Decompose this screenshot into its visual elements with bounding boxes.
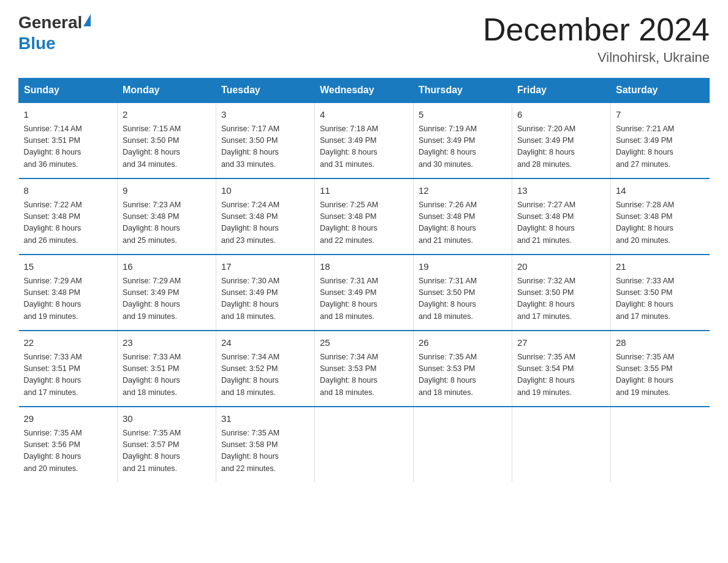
day-number: 27 bbox=[517, 336, 605, 350]
col-thursday: Thursday bbox=[414, 79, 512, 103]
month-title: December 2024 bbox=[483, 12, 710, 47]
day-number: 26 bbox=[419, 336, 507, 350]
day-info: Sunrise: 7:14 AMSunset: 3:51 PMDaylight:… bbox=[24, 124, 82, 169]
day-info: Sunrise: 7:29 AMSunset: 3:49 PMDaylight:… bbox=[123, 277, 181, 321]
calendar-cell: 18 Sunrise: 7:31 AMSunset: 3:49 PMDaylig… bbox=[315, 255, 414, 331]
day-number: 21 bbox=[616, 260, 705, 274]
calendar-cell: 23 Sunrise: 7:33 AMSunset: 3:51 PMDaylig… bbox=[118, 331, 216, 407]
calendar-cell: 31 Sunrise: 7:35 AMSunset: 3:58 PMDaylig… bbox=[216, 407, 315, 482]
logo: General Blue bbox=[18, 12, 91, 53]
calendar-cell: 27 Sunrise: 7:35 AMSunset: 3:54 PMDaylig… bbox=[512, 331, 611, 407]
calendar-cell: 29 Sunrise: 7:35 AMSunset: 3:56 PMDaylig… bbox=[19, 407, 118, 482]
calendar-cell: 15 Sunrise: 7:29 AMSunset: 3:48 PMDaylig… bbox=[19, 255, 118, 331]
calendar-cell: 25 Sunrise: 7:34 AMSunset: 3:53 PMDaylig… bbox=[315, 331, 414, 407]
day-number: 15 bbox=[24, 260, 113, 274]
day-info: Sunrise: 7:19 AMSunset: 3:49 PMDaylight:… bbox=[419, 124, 477, 169]
day-info: Sunrise: 7:20 AMSunset: 3:49 PMDaylight:… bbox=[517, 124, 575, 169]
logo-blue-text: Blue bbox=[18, 34, 56, 53]
calendar-cell: 5 Sunrise: 7:19 AMSunset: 3:49 PMDayligh… bbox=[414, 102, 512, 178]
calendar-cell: 22 Sunrise: 7:33 AMSunset: 3:51 PMDaylig… bbox=[19, 331, 118, 407]
calendar-week-row: 1 Sunrise: 7:14 AMSunset: 3:51 PMDayligh… bbox=[19, 102, 710, 178]
calendar-cell: 8 Sunrise: 7:22 AMSunset: 3:48 PMDayligh… bbox=[19, 178, 118, 255]
title-block: December 2024 Vilnohirsk, Ukraine bbox=[483, 12, 710, 66]
calendar-cell bbox=[414, 407, 512, 482]
day-info: Sunrise: 7:33 AMSunset: 3:51 PMDaylight:… bbox=[123, 353, 181, 397]
day-number: 31 bbox=[221, 412, 309, 426]
day-info: Sunrise: 7:18 AMSunset: 3:49 PMDaylight:… bbox=[320, 124, 378, 169]
header-row: Sunday Monday Tuesday Wednesday Thursday… bbox=[19, 79, 710, 103]
day-number: 24 bbox=[221, 336, 309, 350]
day-info: Sunrise: 7:24 AMSunset: 3:48 PMDaylight:… bbox=[221, 201, 279, 245]
calendar-cell: 3 Sunrise: 7:17 AMSunset: 3:50 PMDayligh… bbox=[216, 102, 315, 178]
calendar-cell: 12 Sunrise: 7:26 AMSunset: 3:48 PMDaylig… bbox=[414, 178, 512, 255]
day-number: 23 bbox=[123, 336, 211, 350]
calendar-cell bbox=[611, 407, 710, 482]
calendar-table: Sunday Monday Tuesday Wednesday Thursday… bbox=[18, 78, 710, 482]
day-info: Sunrise: 7:34 AMSunset: 3:52 PMDaylight:… bbox=[221, 353, 279, 397]
day-number: 18 bbox=[320, 260, 408, 274]
day-number: 30 bbox=[123, 412, 211, 426]
day-info: Sunrise: 7:35 AMSunset: 3:55 PMDaylight:… bbox=[616, 353, 674, 397]
col-wednesday: Wednesday bbox=[315, 79, 414, 103]
day-number: 2 bbox=[123, 108, 211, 122]
day-info: Sunrise: 7:34 AMSunset: 3:53 PMDaylight:… bbox=[320, 353, 378, 397]
location-text: Vilnohirsk, Ukraine bbox=[483, 50, 710, 66]
day-number: 5 bbox=[419, 108, 507, 122]
day-number: 3 bbox=[221, 108, 309, 122]
calendar-cell: 14 Sunrise: 7:28 AMSunset: 3:48 PMDaylig… bbox=[611, 178, 710, 255]
col-tuesday: Tuesday bbox=[216, 79, 315, 103]
calendar-cell: 13 Sunrise: 7:27 AMSunset: 3:48 PMDaylig… bbox=[512, 178, 611, 255]
calendar-cell: 4 Sunrise: 7:18 AMSunset: 3:49 PMDayligh… bbox=[315, 102, 414, 178]
page-header: General Blue December 2024 Vilnohirsk, U… bbox=[18, 12, 710, 66]
calendar-cell: 10 Sunrise: 7:24 AMSunset: 3:48 PMDaylig… bbox=[216, 178, 315, 255]
day-info: Sunrise: 7:32 AMSunset: 3:50 PMDaylight:… bbox=[517, 277, 575, 321]
day-info: Sunrise: 7:35 AMSunset: 3:57 PMDaylight:… bbox=[123, 429, 181, 473]
logo-general-text: General bbox=[18, 12, 82, 33]
calendar-week-row: 8 Sunrise: 7:22 AMSunset: 3:48 PMDayligh… bbox=[19, 178, 710, 255]
calendar-cell: 7 Sunrise: 7:21 AMSunset: 3:49 PMDayligh… bbox=[611, 102, 710, 178]
calendar-cell: 17 Sunrise: 7:30 AMSunset: 3:49 PMDaylig… bbox=[216, 255, 315, 331]
day-info: Sunrise: 7:33 AMSunset: 3:51 PMDaylight:… bbox=[24, 353, 82, 397]
calendar-cell: 21 Sunrise: 7:33 AMSunset: 3:50 PMDaylig… bbox=[611, 255, 710, 331]
calendar-cell: 1 Sunrise: 7:14 AMSunset: 3:51 PMDayligh… bbox=[19, 102, 118, 178]
calendar-cell: 26 Sunrise: 7:35 AMSunset: 3:53 PMDaylig… bbox=[414, 331, 512, 407]
day-info: Sunrise: 7:33 AMSunset: 3:50 PMDaylight:… bbox=[616, 277, 674, 321]
day-info: Sunrise: 7:30 AMSunset: 3:49 PMDaylight:… bbox=[221, 277, 279, 321]
day-number: 25 bbox=[320, 336, 408, 350]
day-info: Sunrise: 7:29 AMSunset: 3:48 PMDaylight:… bbox=[24, 277, 82, 321]
day-info: Sunrise: 7:15 AMSunset: 3:50 PMDaylight:… bbox=[123, 124, 181, 169]
col-saturday: Saturday bbox=[611, 79, 710, 103]
day-info: Sunrise: 7:26 AMSunset: 3:48 PMDaylight:… bbox=[419, 201, 477, 245]
day-info: Sunrise: 7:35 AMSunset: 3:54 PMDaylight:… bbox=[517, 353, 575, 397]
calendar-week-row: 29 Sunrise: 7:35 AMSunset: 3:56 PMDaylig… bbox=[19, 407, 710, 482]
day-info: Sunrise: 7:35 AMSunset: 3:56 PMDaylight:… bbox=[24, 429, 82, 473]
day-info: Sunrise: 7:17 AMSunset: 3:50 PMDaylight:… bbox=[221, 124, 279, 169]
day-info: Sunrise: 7:35 AMSunset: 3:53 PMDaylight:… bbox=[419, 353, 477, 397]
day-number: 13 bbox=[517, 184, 605, 198]
day-info: Sunrise: 7:23 AMSunset: 3:48 PMDaylight:… bbox=[123, 201, 181, 245]
day-info: Sunrise: 7:28 AMSunset: 3:48 PMDaylight:… bbox=[616, 201, 674, 245]
calendar-week-row: 22 Sunrise: 7:33 AMSunset: 3:51 PMDaylig… bbox=[19, 331, 710, 407]
calendar-cell: 24 Sunrise: 7:34 AMSunset: 3:52 PMDaylig… bbox=[216, 331, 315, 407]
calendar-cell bbox=[512, 407, 611, 482]
day-number: 4 bbox=[320, 108, 408, 122]
calendar-week-row: 15 Sunrise: 7:29 AMSunset: 3:48 PMDaylig… bbox=[19, 255, 710, 331]
day-number: 7 bbox=[616, 108, 705, 122]
day-number: 14 bbox=[616, 184, 705, 198]
col-sunday: Sunday bbox=[19, 79, 118, 103]
day-number: 10 bbox=[221, 184, 309, 198]
day-number: 9 bbox=[123, 184, 211, 198]
day-info: Sunrise: 7:25 AMSunset: 3:48 PMDaylight:… bbox=[320, 201, 378, 245]
calendar-cell: 16 Sunrise: 7:29 AMSunset: 3:49 PMDaylig… bbox=[118, 255, 216, 331]
day-number: 22 bbox=[24, 336, 113, 350]
day-info: Sunrise: 7:35 AMSunset: 3:58 PMDaylight:… bbox=[221, 429, 279, 473]
calendar-cell: 20 Sunrise: 7:32 AMSunset: 3:50 PMDaylig… bbox=[512, 255, 611, 331]
day-number: 6 bbox=[517, 108, 605, 122]
day-number: 20 bbox=[517, 260, 605, 274]
calendar-cell: 2 Sunrise: 7:15 AMSunset: 3:50 PMDayligh… bbox=[118, 102, 216, 178]
calendar-cell: 6 Sunrise: 7:20 AMSunset: 3:49 PMDayligh… bbox=[512, 102, 611, 178]
col-monday: Monday bbox=[118, 79, 216, 103]
day-info: Sunrise: 7:22 AMSunset: 3:48 PMDaylight:… bbox=[24, 201, 82, 245]
day-info: Sunrise: 7:27 AMSunset: 3:48 PMDaylight:… bbox=[517, 201, 575, 245]
day-number: 1 bbox=[24, 108, 113, 122]
